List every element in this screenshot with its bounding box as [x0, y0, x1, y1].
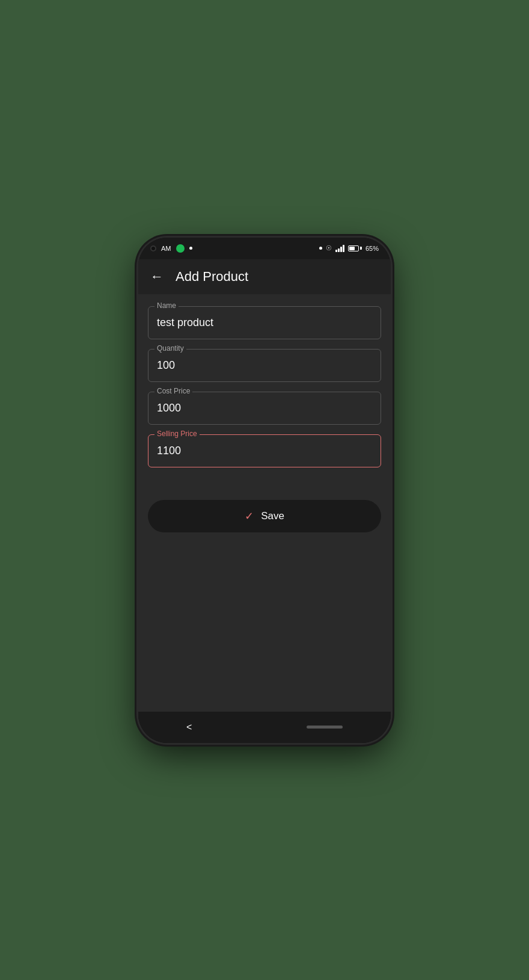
- home-indicator[interactable]: [307, 726, 343, 729]
- name-field-container: Name: [148, 306, 381, 339]
- battery-body: [348, 245, 359, 251]
- signal-bars: [335, 245, 344, 252]
- signal-dot: [319, 247, 322, 250]
- wifi-icon: ☉: [326, 244, 332, 252]
- cost-price-label: Cost Price: [154, 387, 192, 395]
- quantity-input[interactable]: [148, 350, 381, 381]
- status-time: AM: [161, 245, 171, 252]
- status-bar: AM ☉ 65%: [138, 238, 391, 259]
- cost-price-input[interactable]: [148, 392, 381, 424]
- selling-price-input[interactable]: [148, 435, 381, 467]
- battery-fill: [349, 247, 355, 250]
- nav-bar: <: [138, 712, 391, 743]
- nav-back-button[interactable]: <: [186, 722, 192, 733]
- signal-bar-2: [338, 248, 340, 252]
- name-input[interactable]: [148, 307, 381, 339]
- check-icon: ✓: [245, 510, 254, 523]
- save-button[interactable]: ✓ Save: [148, 500, 381, 532]
- signal-bar-4: [343, 245, 344, 252]
- status-left: AM: [150, 244, 192, 253]
- selling-price-label: Selling Price: [154, 430, 200, 438]
- signal-bar-3: [340, 247, 342, 252]
- battery-tip: [360, 247, 362, 250]
- camera-dot: [150, 245, 156, 251]
- app-content: ← Add Product Name Quantity Cost Price: [138, 259, 391, 712]
- phone-shell: AM ☉ 65%: [138, 238, 391, 743]
- status-right: ☉ 65%: [319, 244, 379, 252]
- quantity-field-container: Quantity: [148, 349, 381, 382]
- page-title: Add Product: [176, 269, 248, 285]
- back-button[interactable]: ←: [148, 268, 166, 286]
- spotify-icon: [176, 244, 185, 253]
- battery-percent: 65%: [365, 245, 379, 252]
- selling-price-field-container: Selling Price: [148, 434, 381, 467]
- form-area: Name Quantity Cost Price Selling Price: [138, 294, 391, 498]
- notification-dot: [189, 247, 192, 250]
- quantity-label: Quantity: [154, 344, 186, 353]
- signal-bar-1: [335, 250, 337, 252]
- cost-price-field-container: Cost Price: [148, 392, 381, 425]
- bottom-empty-area: [138, 532, 391, 712]
- app-bar: ← Add Product: [138, 259, 391, 294]
- save-button-label: Save: [261, 510, 284, 522]
- name-label: Name: [154, 301, 179, 310]
- battery-icon: [348, 245, 362, 251]
